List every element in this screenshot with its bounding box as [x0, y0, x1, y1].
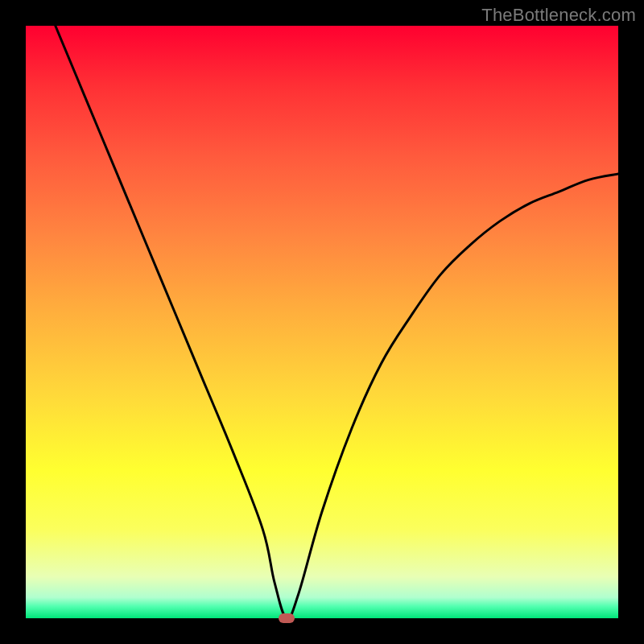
watermark-text: TheBottleneck.com — [481, 5, 636, 26]
plot-area — [26, 26, 618, 618]
chart-frame: TheBottleneck.com — [0, 0, 644, 644]
bottleneck-curve — [26, 26, 618, 618]
optimal-point-marker — [279, 613, 295, 623]
